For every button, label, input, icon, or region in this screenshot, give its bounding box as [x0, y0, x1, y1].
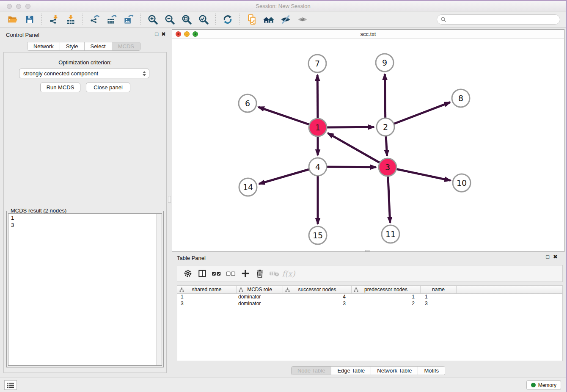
optimization-criterion-label: Optimization criterion: [4, 59, 166, 66]
node-table[interactable]: shared name MCDS role successor nodes pr… [177, 285, 563, 361]
tab-edge-table[interactable]: Edge Table [331, 367, 371, 375]
hide-selected-eye-icon[interactable] [279, 13, 292, 26]
graph-edges [259, 74, 451, 224]
task-history-button[interactable] [4, 380, 17, 390]
toolbar-separator [140, 14, 141, 25]
export-image-icon[interactable] [122, 13, 135, 26]
list-icon [7, 382, 14, 388]
table-row[interactable]: 3 dominator 3 2 3 [177, 301, 562, 307]
mcds-result-title: MCDS result (2 nodes) [9, 207, 68, 214]
tab-style[interactable]: Style [60, 42, 85, 50]
add-column-icon[interactable] [238, 267, 253, 280]
deselect-all-columns-icon[interactable] [224, 267, 238, 280]
namespace-icon [239, 287, 243, 292]
graph-node-label-9: 9 [382, 58, 387, 67]
zoom-selected-icon[interactable] [197, 13, 210, 26]
network-window-titlebar[interactable]: × − + scc.txt [172, 30, 564, 39]
tab-network[interactable]: Network [28, 42, 60, 50]
column-header-mcds-role[interactable]: MCDS role [237, 286, 283, 293]
namespace-icon [285, 287, 290, 292]
network-file-icon[interactable] [245, 13, 258, 26]
column-label: predecessor nodes [364, 287, 407, 293]
table-tabs: Node Table Edge Table Network Table Moti… [172, 366, 564, 375]
column-header-predecessor-nodes[interactable]: predecessor nodes [352, 286, 421, 293]
criterion-dropdown[interactable]: strongly connected component [19, 69, 149, 78]
cell-shared-name[interactable]: 1 [177, 294, 237, 301]
cell-filler [457, 294, 562, 301]
graph-edge-2-8[interactable] [385, 102, 450, 127]
table-header-row: shared name MCDS role successor nodes pr… [177, 286, 562, 294]
show-eye-icon[interactable] [296, 13, 309, 26]
column-header-filler [457, 286, 562, 293]
memory-button[interactable]: Memory [526, 380, 561, 390]
open-session-icon[interactable] [6, 13, 19, 26]
graph-node-label-3: 3 [385, 163, 390, 172]
float-table-panel-icon[interactable]: □ [546, 254, 549, 259]
memory-label: Memory [538, 382, 556, 388]
column-header-shared-name[interactable]: shared name [177, 286, 237, 293]
graph-node-label-11: 11 [385, 229, 396, 239]
network-view-window: × − + scc.txt 7968124314101511 [172, 29, 564, 252]
delete-column-trash-icon[interactable] [253, 267, 267, 280]
cell-successor-nodes[interactable]: 3 [283, 301, 352, 307]
cell-shared-name[interactable]: 3 [177, 301, 237, 307]
cell-predecessor-nodes[interactable]: 1 [352, 294, 421, 301]
float-panel-icon[interactable]: □ [155, 32, 158, 37]
select-all-columns-icon[interactable] [209, 267, 224, 280]
criterion-value: strongly connected component [23, 70, 98, 77]
window-title: Session: New Session [0, 3, 566, 9]
network-resize-handle[interactable] [365, 250, 370, 251]
export-network-icon[interactable] [88, 13, 101, 26]
mcds-result-lines: 1 3 [8, 214, 156, 365]
refresh-layout-icon[interactable] [221, 13, 234, 26]
tab-mcds[interactable]: MCDS [112, 42, 140, 50]
cell-mcds-role[interactable]: dominator [237, 294, 283, 301]
column-header-name[interactable]: name [421, 286, 457, 293]
search-input[interactable] [446, 15, 560, 24]
window-titlebar: Session: New Session [0, 1, 566, 11]
tab-select[interactable]: Select [85, 42, 112, 50]
graph-edge-3-1[interactable] [328, 133, 388, 167]
close-table-panel-icon[interactable]: ✖ [553, 254, 558, 259]
control-panel-title: Control Panel [6, 32, 39, 38]
cell-name[interactable]: 3 [421, 301, 457, 307]
toolbar-separator [41, 14, 42, 25]
cell-name[interactable]: 1 [421, 294, 457, 301]
zoom-out-icon[interactable] [163, 13, 176, 26]
mcds-result-list[interactable]: 1 3 [8, 213, 162, 366]
home-double-icon[interactable] [262, 13, 275, 26]
tab-network-table[interactable]: Network Table [371, 367, 418, 375]
mcds-result-box: MCDS result (2 nodes) 1 3 [6, 211, 164, 367]
close-panel-button[interactable]: Close panel [86, 83, 130, 92]
cell-successor-nodes[interactable]: 4 [283, 294, 352, 301]
mcds-panel-body: Optimization criterion: strongly connect… [3, 52, 167, 373]
toolbar-separator [215, 14, 216, 25]
column-label: successor nodes [298, 287, 336, 293]
graph-edge-3-10[interactable] [388, 167, 451, 180]
zoom-fit-icon[interactable] [180, 13, 193, 26]
table-row[interactable]: 1 dominator 4 1 1 [177, 294, 562, 301]
export-table-icon[interactable] [105, 13, 118, 26]
zoom-in-icon[interactable] [146, 13, 159, 26]
network-canvas-svg: 7968124314101511 [172, 39, 564, 251]
import-network-icon[interactable] [47, 13, 60, 26]
toolbar-separator [83, 14, 83, 25]
tab-node-table[interactable]: Node Table [292, 367, 332, 375]
toolbar-separator [239, 14, 240, 25]
split-pane-handle[interactable] [168, 196, 171, 203]
show-columns-icon[interactable] [195, 267, 209, 280]
main-toolbar [0, 11, 566, 28]
import-table-icon[interactable] [64, 13, 77, 26]
search-box[interactable] [437, 14, 560, 25]
run-mcds-button[interactable]: Run MCDS [40, 83, 80, 92]
tab-motifs[interactable]: Motifs [418, 367, 445, 375]
cell-predecessor-nodes[interactable]: 2 [352, 301, 421, 307]
cell-mcds-role[interactable]: dominator [237, 301, 283, 307]
table-settings-gear-icon[interactable] [181, 267, 195, 280]
network-canvas[interactable]: 7968124314101511 [172, 39, 564, 251]
result-scrollbar[interactable] [156, 214, 162, 365]
graph-node-label-6: 6 [245, 99, 250, 108]
close-panel-icon[interactable]: ✖ [161, 32, 166, 37]
save-session-icon[interactable] [23, 13, 36, 26]
column-header-successor-nodes[interactable]: successor nodes [283, 286, 352, 293]
